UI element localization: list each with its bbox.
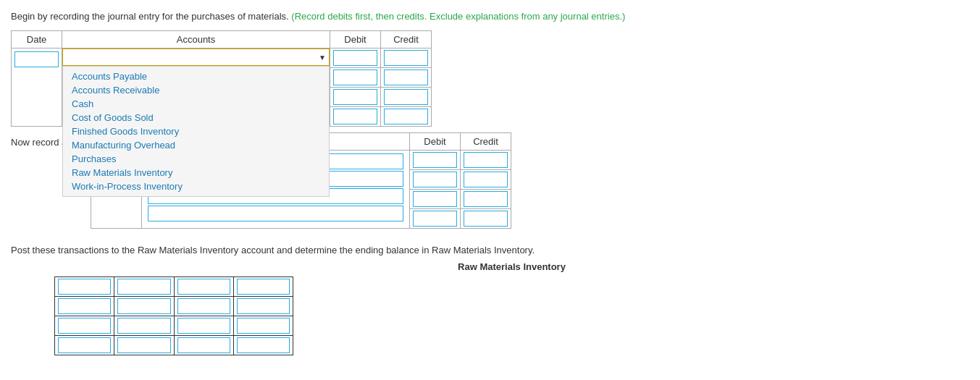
ledger-input-r1c1[interactable] [58,279,111,295]
instruction-text: Begin by recording the journal entry for… [11,11,969,22]
ledger-input-r4c1[interactable] [58,337,111,353]
accounts-dropdown[interactable]: ▼ Accounts Payable Accounts Receivable C… [62,48,330,66]
debit-input-2c[interactable] [413,191,457,207]
ledger-cell [114,336,174,355]
credit-cell-2a [461,151,511,170]
dropdown-item-accounts-receivable[interactable]: Accounts Receivable [63,83,329,97]
ledger-input-r3c3[interactable] [177,318,230,334]
debit-input-4[interactable] [333,109,377,124]
ledger-input-r4c4[interactable] [237,337,290,353]
ledger-cell [233,316,293,336]
credit-input-3[interactable] [384,89,428,105]
ledger-cell [114,297,174,316]
debit-input-2b[interactable] [413,172,457,187]
ledger-table [54,276,293,355]
col-header-accounts: Accounts [62,31,330,48]
ledger-input-r1c3[interactable] [177,279,230,295]
credit-cell-2d [461,209,511,229]
ledger-input-r3c1[interactable] [58,318,111,334]
ledger-input-r4c3[interactable] [177,337,230,353]
instruction-hint: (Record debits first, then credits. Excl… [291,11,625,22]
ledger-input-r2c1[interactable] [58,298,111,314]
ledger-cell [233,297,293,316]
ledger-row [55,297,293,316]
ledger-cell [114,316,174,336]
dropdown-item-cash[interactable]: Cash [63,97,329,111]
account-input-2d[interactable] [148,206,403,221]
journal-table-1: Date Accounts Debit Credit ▼ Accounts Pa… [11,30,432,127]
dropdown-list: Accounts Payable Accounts Receivable Cas… [62,66,330,197]
ledger-input-r3c2[interactable] [117,318,170,334]
ledger-input-r2c4[interactable] [237,298,290,314]
credit-input-1[interactable] [384,50,428,66]
debit-cell-2b [410,170,461,190]
ledger-cell [55,277,114,297]
date-cell-1 [12,48,62,127]
dropdown-item-accounts-payable[interactable]: Accounts Payable [63,69,329,83]
col2-header-debit: Debit [410,133,461,151]
ledger-input-r2c2[interactable] [117,298,170,314]
ledger-cell [174,277,233,297]
dropdown-item-manufacturing-overhead[interactable]: Manufacturing Overhead [63,138,329,152]
raw-materials-ledger: Raw Materials Inventory [54,261,969,355]
date-input-1[interactable] [14,51,59,67]
table-row: ▼ Accounts Payable Accounts Receivable C… [12,48,432,68]
debit-input-2[interactable] [333,69,377,85]
instruction-main: Begin by recording the journal entry for… [11,11,289,22]
post-section: Post these transactions to the Raw Mater… [11,245,969,355]
credit-cell-1 [381,48,432,68]
credit-input-2[interactable] [384,69,428,85]
ledger-cell [55,297,114,316]
debit-input-2a[interactable] [413,152,457,168]
col-header-date: Date [12,31,62,48]
debit-input-1[interactable] [333,50,377,66]
ledger-cell [233,277,293,297]
debit-cell-3 [330,88,381,107]
dropdown-item-raw-materials[interactable]: Raw Materials Inventory [63,166,329,180]
credit-cell-3 [381,88,432,107]
debit-cell-4 [330,107,381,127]
dropdown-arrow-icon: ▼ [319,54,326,62]
debit-cell-1 [330,48,381,68]
credit-input-2c[interactable] [464,191,508,207]
ledger-cell [233,336,293,355]
post-instruction: Post these transactions to the Raw Mater… [11,245,969,256]
credit-input-4[interactable] [384,109,428,124]
ledger-input-r1c4[interactable] [237,279,290,295]
credit-cell-2b [461,170,511,190]
credit-input-2b[interactable] [464,172,508,187]
credit-input-2a[interactable] [464,152,508,168]
debit-cell-2c [410,190,461,209]
debit-input-2d[interactable] [413,211,457,227]
debit-input-3[interactable] [333,89,377,105]
ledger-input-r4c2[interactable] [117,337,170,353]
ledger-input-r1c2[interactable] [117,279,170,295]
dropdown-item-finished-goods[interactable]: Finished Goods Inventory [63,124,329,138]
dropdown-item-cost-of-goods-sold[interactable]: Cost of Goods Sold [63,111,329,124]
col2-header-credit: Credit [461,133,511,151]
ledger-cell [174,297,233,316]
debit-cell-2 [330,68,381,88]
accounts-cell-1: ▼ Accounts Payable Accounts Receivable C… [62,48,330,127]
ledger-row [55,336,293,355]
debit-cell-2a [410,151,461,170]
ledger-input-r3c4[interactable] [237,318,290,334]
ledger-input-r2c3[interactable] [177,298,230,314]
ledger-row [55,316,293,336]
ledger-cell [55,316,114,336]
dropdown-trigger[interactable]: ▼ [62,48,330,66]
credit-cell-4 [381,107,432,127]
col-header-debit: Debit [330,31,381,48]
ledger-title: Raw Materials Inventory [54,261,969,272]
credit-input-2d[interactable] [464,211,508,227]
credit-cell-2 [381,68,432,88]
ledger-cell [174,316,233,336]
ledger-cell [114,277,174,297]
credit-cell-2c [461,190,511,209]
col-header-credit: Credit [381,31,432,48]
dropdown-item-purchases[interactable]: Purchases [63,152,329,166]
dropdown-item-wip[interactable]: Work-in-Process Inventory [63,180,329,193]
ledger-cell [174,336,233,355]
debit-cell-2d [410,209,461,229]
ledger-cell [55,336,114,355]
